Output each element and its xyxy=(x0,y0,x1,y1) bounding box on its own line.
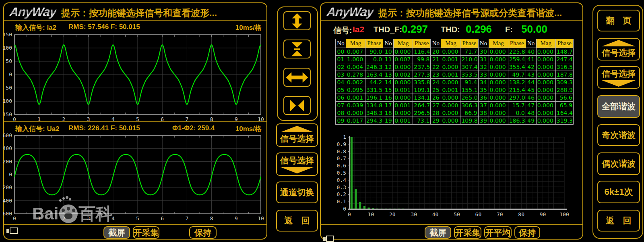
signal-select-down-button-right[interactable]: 信号选择 xyxy=(597,66,640,89)
svg-text:400: 400 xyxy=(3,145,12,151)
svg-text:50: 50 xyxy=(454,211,460,217)
svg-text:5: 5 xyxy=(136,116,139,122)
harmonic-cell: 237.5 xyxy=(413,63,431,71)
harmonic-cell: 49 xyxy=(526,117,536,125)
harmonic-cell: 26 xyxy=(431,94,441,102)
start-acquire-button-right[interactable]: 开采集 xyxy=(454,226,481,239)
ch2-phase-diff: Φ1-Φ2: 259.4 xyxy=(172,124,215,132)
page-turn-button[interactable]: 翻 页 xyxy=(597,10,640,31)
harmonic-cell: 0.000 xyxy=(441,48,460,56)
harmonic-cell: 163.4 xyxy=(365,71,383,79)
svg-text:0: 0 xyxy=(9,71,12,77)
harmonic-cell: 109.8 xyxy=(460,117,478,125)
table-header-cell: No xyxy=(383,39,394,48)
harmonic-cell: 56.6 xyxy=(555,94,573,102)
svg-text:0: 0 xyxy=(343,206,346,212)
waveform-chart-ua2: 6004002000-200-400-600012345678910 xyxy=(3,132,265,223)
signal-select-up-label: 信号选择 xyxy=(280,133,314,144)
harmonic-cell: 0.000 xyxy=(346,109,365,117)
expand-vertical-button[interactable] xyxy=(283,11,311,30)
signal-select-up-label-right: 信号选择 xyxy=(602,47,636,58)
even-harmonics-button[interactable]: 偶次谐波 xyxy=(597,152,640,175)
left-bottom-divider xyxy=(4,224,266,225)
harmonic-cell: 307.4 xyxy=(460,63,478,71)
harmonic-cell: 0.039 xyxy=(346,102,365,109)
harmonic-cell: 0.000 xyxy=(536,94,555,102)
table-header-cell: Phase xyxy=(555,39,573,48)
harmonic-cell: 33 xyxy=(478,71,489,79)
harmonic-cell: 215.4 xyxy=(508,86,526,94)
svg-text:7: 7 xyxy=(185,215,188,221)
harmonic-cell: 44.2 xyxy=(365,79,383,86)
harmonic-cell: 0.001 xyxy=(441,86,460,94)
hold-button-right[interactable]: 保持 xyxy=(514,226,540,239)
6k-plus-minus-1-button[interactable]: 6k±1次 xyxy=(597,181,640,203)
odd-harmonics-button[interactable]: 奇次谐波 xyxy=(597,124,640,146)
table-row: 050.095331.5150.001109.1250.001155.1350.… xyxy=(336,86,574,94)
table-header-cell: Phase xyxy=(365,39,383,48)
harmonic-bar xyxy=(351,137,352,209)
svg-text:100: 100 xyxy=(559,211,569,217)
harmonic-cell: 90.0 xyxy=(365,48,383,56)
table-row: 070.039134.8170.001264.7270.000306.3370.… xyxy=(336,102,574,109)
battery-icon-right xyxy=(323,235,335,242)
signal-select-up-button[interactable]: 信号选择 xyxy=(276,123,318,147)
harmonic-cell: 0.000 xyxy=(536,86,555,94)
compress-vertical-button[interactable] xyxy=(283,40,311,58)
harmonic-cell: 34 xyxy=(478,79,489,86)
harmonic-cell: 0.0 xyxy=(365,56,383,63)
svg-text:0.2: 0.2 xyxy=(337,191,346,197)
signal-select-down-button[interactable]: 信号选择 xyxy=(276,152,318,176)
anyway-logo-right: AnyWay xyxy=(326,5,374,19)
harmonic-cell: 13 xyxy=(383,71,394,79)
start-acquire-button[interactable]: 开采集 xyxy=(133,226,159,239)
signal-select-up-button-right[interactable]: 信号选择 xyxy=(597,38,640,60)
svg-text:0.6: 0.6 xyxy=(337,163,346,169)
channel-switch-button[interactable]: 通道切换 xyxy=(276,182,318,203)
harmonic-cell: 30 xyxy=(478,48,489,56)
start-average-button[interactable]: 开平均 xyxy=(484,226,512,239)
harmonic-cell: 187.8 xyxy=(555,71,573,79)
back-button-left[interactable]: 返 回 xyxy=(276,210,318,232)
harmonic-cell: 0.000 xyxy=(489,56,508,63)
svg-text:7: 7 xyxy=(185,116,188,122)
harmonic-cell: 319.3 xyxy=(555,117,573,125)
svg-text:0.1: 0.1 xyxy=(337,198,346,204)
table-header-cell: Mag xyxy=(346,39,365,48)
screenshot-button-right[interactable]: 截屏 xyxy=(425,226,451,239)
svg-text:3: 3 xyxy=(87,116,90,122)
harmonic-cell: 335.8 xyxy=(413,79,431,86)
harmonic-cell: 0.000 xyxy=(536,63,555,71)
screenshot-button[interactable]: 截屏 xyxy=(103,226,130,239)
harmonic-cell: 21 xyxy=(431,56,441,63)
svg-text:-400: -400 xyxy=(3,198,12,204)
svg-text:30: 30 xyxy=(411,211,417,217)
svg-text:-600: -600 xyxy=(3,211,12,217)
back-button-right[interactable]: 返 回 xyxy=(597,210,640,232)
harmonic-cell: 0.000 xyxy=(489,102,508,109)
battery-icon xyxy=(6,227,19,235)
compress-horizontal-button[interactable] xyxy=(283,96,311,115)
harmonic-cell: 196.1 xyxy=(365,94,383,102)
harmonic-cell: 29 xyxy=(431,117,441,125)
harmonic-cell: 15.7 xyxy=(508,102,526,109)
svg-text:200: 200 xyxy=(3,159,12,165)
svg-text:90: 90 xyxy=(540,211,546,217)
harmonic-bar xyxy=(355,189,357,209)
svg-text:80: 80 xyxy=(518,211,524,217)
harmonic-cell: 44 xyxy=(526,79,536,86)
harmonic-cell: 0.002 xyxy=(394,71,413,79)
svg-text:10: 10 xyxy=(258,116,264,122)
left-hint-text: 提示：按功能键选择信号和查看波形... xyxy=(61,7,217,19)
svg-text:2: 2 xyxy=(62,116,65,122)
harmonic-cell: 08 xyxy=(336,109,346,117)
table-header-cell: Mag xyxy=(536,39,555,48)
svg-text:0.5: 0.5 xyxy=(337,170,346,176)
harmonic-cell: 331.5 xyxy=(365,86,383,94)
harmonic-cell: 0.000 xyxy=(536,71,555,79)
harmonic-cell: 05 xyxy=(336,86,346,94)
hold-button[interactable]: 保持 xyxy=(189,226,217,239)
signal-select-down-label: 信号选择 xyxy=(280,155,314,166)
expand-horizontal-button[interactable] xyxy=(283,68,311,87)
all-harmonics-button[interactable]: 全部谐波 xyxy=(597,95,640,118)
